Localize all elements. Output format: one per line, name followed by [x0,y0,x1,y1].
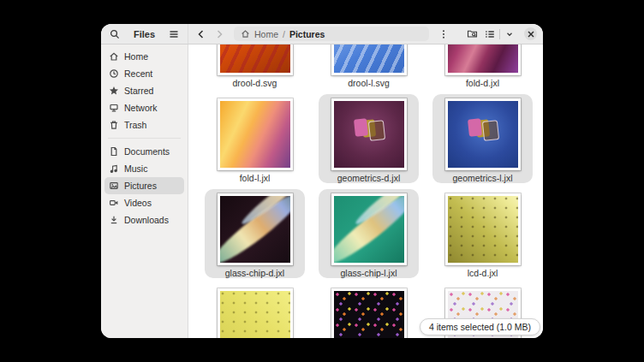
file-thumbnail [331,288,407,338]
view-menu-chevron-button[interactable] [503,27,516,41]
network-icon [109,103,119,113]
selection-status-badge: 4 items selected (1.0 MB) [420,318,540,335]
file-item-geometrics-d.jxl[interactable]: geometrics-d.jxl [319,94,419,183]
recent-icon [109,68,119,79]
file-name-label: drool-d.svg [233,78,277,88]
picture-icon [109,181,119,191]
file-thumbnail [218,98,293,170]
sidebar-item-starred[interactable]: Starred [104,82,184,99]
file-name-label: fold-l.jxl [240,173,271,183]
list-view-icon [485,29,495,39]
file-item-fold-l.jxl[interactable]: fold-l.jxl [205,94,305,183]
file-item-drool-d.svg[interactable]: drool-d.svg [205,45,305,88]
breadcrumb[interactable]: Home / Pictures [234,27,429,41]
file-name-label: glass-chip-d.jxl [225,268,284,278]
music-icon [109,163,119,174]
breadcrumb-separator: / [283,29,285,39]
file-name-label: geometrics-l.jxl [452,173,512,183]
file-item-glass-chip-d.jxl[interactable]: glass-chip-d.jxl [205,189,305,278]
file-item-fold-d.jxl[interactable]: fold-d.jxl [432,45,533,88]
sidebar-item-music[interactable]: Music [104,160,184,177]
file-thumbnail [218,288,293,338]
download-icon [109,215,119,225]
folder-search-icon [467,28,478,39]
hamburger-menu-icon [169,29,179,39]
document-icon [109,146,119,157]
files-window: Files Home / Pictures [101,24,543,338]
file-name-label: glass-chip-l.jxl [341,268,397,278]
close-window-button[interactable] [524,27,537,40]
sidebar-item-videos[interactable]: Videos [104,194,184,211]
main-header: Home / Pictures [188,24,543,44]
forward-button[interactable] [212,27,226,41]
header-bar: Files Home / Pictures [101,24,543,45]
sidebar-header: Files [101,24,188,44]
sidebar-item-network[interactable]: Network [104,99,184,116]
file-thumbnail [445,45,521,75]
chevron-down-icon [505,30,514,39]
sidebar-separator [108,138,181,139]
breadcrumb-current[interactable]: Pictures [289,29,325,39]
sidebar-item-pictures[interactable]: Pictures [104,177,184,194]
sidebar: Home Recent Starred Network Trash Docume… [101,45,188,338]
file-name-label: fold-d.jxl [466,78,499,88]
file-thumbnail [331,98,407,170]
file-thumbnail [445,193,521,265]
file-thumbnail [445,98,521,170]
file-grid: drool-d.svg drool-l.svg fold-d.jxl fold-… [198,45,540,338]
file-grid-area: drool-d.svg drool-l.svg fold-d.jxl fold-… [188,45,543,338]
back-icon [196,29,206,39]
split-button-divider [499,29,500,39]
main-menu-button[interactable] [167,27,181,41]
trash-icon [109,120,119,130]
sidebar-item-trash[interactable]: Trash [104,116,184,134]
sidebar-item-home[interactable]: Home [104,48,184,65]
sidebar-item-downloads[interactable]: Downloads [104,211,184,228]
sidebar-item-recent[interactable]: Recent [104,65,184,82]
file-item-glass-chip-l.jxl[interactable]: glass-chip-l.jxl [319,189,419,278]
breadcrumb-home[interactable]: Home [254,29,278,39]
file-item-geometrics-l.jxl[interactable]: geometrics-l.jxl [432,94,533,183]
file-name-label: drool-l.svg [348,78,389,88]
file-name-label: geometrics-d.jxl [337,173,401,183]
back-button[interactable] [194,27,208,41]
video-icon [109,198,119,208]
file-thumbnail [218,193,293,265]
home-icon [109,51,119,62]
home-icon [241,29,250,39]
file-item-lcd-d.jxl[interactable]: lcd-d.jxl [432,189,533,278]
view-options-menu-button[interactable] [437,27,450,41]
list-view-button[interactable] [483,27,497,41]
file-name-label: lcd-d.jxl [468,268,498,278]
file-item-row4-b[interactable] [319,284,419,338]
file-thumbnail [331,193,407,265]
search-button[interactable] [108,27,122,41]
file-thumbnail [218,45,293,75]
search-folder-button[interactable] [465,27,479,41]
file-item-drool-l.svg[interactable]: drool-l.svg [319,45,419,88]
forward-icon [214,29,224,39]
kebab-menu-icon [438,29,449,39]
sidebar-item-documents[interactable]: Documents [104,143,184,160]
close-icon [528,31,534,38]
search-icon [110,29,120,39]
star-icon [109,86,119,96]
file-thumbnail [331,45,407,75]
view-toggle-split-button [483,27,516,41]
file-item-row4-a[interactable] [205,284,305,338]
app-title: Files [122,29,167,39]
